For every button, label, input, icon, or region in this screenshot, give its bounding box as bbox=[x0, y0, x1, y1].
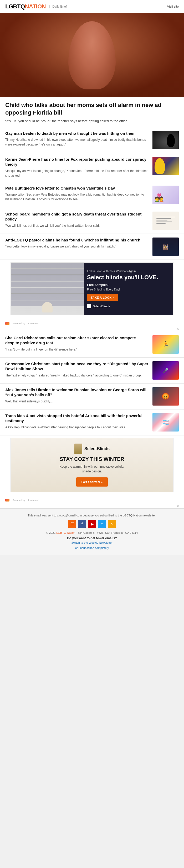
ad2-logo-icon bbox=[74, 443, 82, 454]
article-thumb bbox=[153, 131, 179, 149]
ad-brand: SelectBlinds bbox=[87, 304, 170, 308]
article-text: Anti-LGBTQ pastor claims he has found 6 … bbox=[5, 238, 149, 249]
article-text: Conservative Christians start petition b… bbox=[5, 361, 149, 378]
main-article[interactable]: Child who talks about her moms sets off … bbox=[0, 97, 184, 127]
ad2-headline: STAY COZY THIS WINTER bbox=[60, 456, 124, 462]
ad-blinds-left bbox=[11, 263, 84, 315]
switch-newsletter-link[interactable]: Switch to the Weekly Newsletter bbox=[72, 541, 113, 544]
article-headline: Sha’Carri Richardson calls out racism af… bbox=[5, 335, 149, 345]
ad-d-label: D bbox=[0, 328, 184, 332]
thumb-letter-icon bbox=[153, 212, 179, 230]
article-excerpt: Well, that went sideways quickly... bbox=[5, 399, 149, 404]
hero-image bbox=[0, 13, 184, 97]
article-headline: Anti-LGBTQ pastor claims he has found 6 … bbox=[5, 238, 149, 243]
article-text: Sha’Carri Richardson calls out racism af… bbox=[5, 335, 149, 352]
footer-fewer-label: Do you want to get fewer emails? bbox=[5, 536, 179, 540]
article-item[interactable]: Gay man beaten to death by men who thoug… bbox=[0, 127, 184, 153]
article-thumb: 😡 bbox=[153, 387, 179, 406]
article-excerpt: “Jacqui, my answer is not going to chang… bbox=[5, 168, 149, 178]
thumb-pastor-icon: 🕍 bbox=[153, 238, 179, 256]
thumb-person-shape bbox=[155, 158, 165, 174]
unsubscribe-link[interactable]: or unsubscribe completely bbox=[75, 546, 109, 550]
ad-blinds-right: Fall In Love With Your Windows Again Sel… bbox=[84, 263, 173, 315]
ad2-powered-row: Powered by LiveIntent bbox=[0, 497, 184, 505]
article-list-2: Sha’Carri Richardson calls out racism af… bbox=[0, 332, 184, 435]
logo: LGBTQNATION bbox=[5, 3, 46, 10]
article-excerpt: “You better look in my eyeballs, ‘cause … bbox=[5, 244, 149, 249]
chair-shape bbox=[42, 302, 53, 312]
article-text: Karine Jean-Pierre has no time for Fox r… bbox=[5, 157, 149, 178]
thumb-dark-silhouette-icon bbox=[153, 131, 179, 149]
ad2-cta-button[interactable]: Get Started » bbox=[76, 477, 108, 487]
article-headline: Alex Jones tells Ukraine to welcome Russ… bbox=[5, 387, 149, 397]
ad1-powered-row: Powered by LiveIntent bbox=[0, 320, 184, 328]
ad-container-1: Fall In Love With Your Windows Again Sel… bbox=[0, 262, 184, 320]
article-item[interactable]: Anti-LGBTQ pastor claims he has found 6 … bbox=[0, 234, 184, 260]
article-excerpt: “We will kill her, but first, we will ki… bbox=[5, 223, 149, 228]
article-item[interactable]: Sha’Carri Richardson calls out racism af… bbox=[0, 332, 184, 358]
article-excerpt: “I can’t qwhite put my finger on the dif… bbox=[5, 347, 149, 352]
article-headline: Trans kids & activists stopped this hate… bbox=[5, 413, 149, 423]
facebook-icon[interactable]: f bbox=[78, 520, 86, 528]
thumb-shacarri-icon: 🏃 bbox=[153, 335, 179, 354]
article-excerpt: Timmy Hourihane drowned in his own blood… bbox=[5, 137, 149, 147]
header: LGBTQNATION Daily Brief Visit site bbox=[0, 0, 184, 13]
ad2-logo-text: SelectBlinds bbox=[84, 446, 110, 451]
ad-free-samples: Free Samples! bbox=[87, 283, 170, 287]
footer-sent-to: This email was sent to xxxxxx@gmail.com … bbox=[5, 514, 179, 517]
footer-copyright: © 2021 LGBTQ Nation 584 Castro St. #623,… bbox=[5, 531, 179, 534]
thumb-alexjones-icon: 😡 bbox=[153, 387, 179, 406]
youtube-icon[interactable]: ▶ bbox=[88, 520, 96, 528]
powered-by-text-2: Powered by bbox=[10, 498, 27, 502]
twitter-icon[interactable]: t bbox=[98, 520, 106, 528]
article-headline: School board member’s child got a scary … bbox=[5, 212, 149, 222]
article-item[interactable]: Alex Jones tells Ukraine to welcome Russ… bbox=[0, 383, 184, 409]
article-text: Pete Buttigieg’s love letter to Chasten … bbox=[5, 186, 149, 202]
logo-lgbtq: LGBTQ bbox=[5, 3, 25, 10]
ad-block-1[interactable]: Fall In Love With Your Windows Again Sel… bbox=[10, 262, 174, 315]
thumb-trans-icon: 🏳️‍⚧️ bbox=[153, 413, 179, 432]
ad-container-2: SelectBlinds STAY COZY THIS WINTER Keep … bbox=[0, 438, 184, 497]
footer: This email was sent to xxxxxx@gmail.com … bbox=[0, 508, 184, 555]
visit-site-link[interactable]: Visit site bbox=[167, 5, 179, 8]
logo-nation: NATION bbox=[25, 3, 46, 10]
article-thumb: 🏳️‍⚧️ bbox=[153, 413, 179, 432]
header-left: LGBTQNATION Daily Brief bbox=[5, 3, 67, 10]
article-thumb: 🕍 bbox=[153, 238, 179, 256]
ad-block-2[interactable]: SelectBlinds STAY COZY THIS WINTER Keep … bbox=[10, 438, 174, 492]
article-headline: Conservative Christians start petition b… bbox=[5, 361, 149, 371]
article-headline: Karine Jean-Pierre has no time for Fox r… bbox=[5, 157, 149, 167]
lgbtq-nation-link[interactable]: LGBTQ Nation bbox=[56, 531, 75, 534]
powered-source-text-2: LiveIntent bbox=[28, 499, 38, 501]
ad-cta-button[interactable]: TAKE A LOOK » bbox=[87, 294, 118, 301]
article-item[interactable]: Trans kids & activists stopped this hate… bbox=[0, 409, 184, 435]
article-thumb: 🏃 bbox=[153, 335, 179, 354]
powered-by-text: Powered by bbox=[10, 321, 27, 326]
article-text: Alex Jones tells Ukraine to welcome Russ… bbox=[5, 387, 149, 404]
article-item[interactable]: School board member’s child got a scary … bbox=[0, 208, 184, 234]
article-headline: Gay man beaten to death by men who thoug… bbox=[5, 131, 149, 136]
ad-free-shipping: Free Shipping Every Day! bbox=[87, 288, 170, 291]
article-thumb bbox=[153, 157, 179, 175]
feed-icon[interactable]: ∿ bbox=[108, 520, 116, 528]
footer-switch: Switch to the Weekly Newsletter bbox=[5, 541, 179, 544]
ad-blinds-2-content: SelectBlinds STAY COZY THIS WINTER Keep … bbox=[11, 438, 173, 492]
footer-social: ☷ f ▶ t ∿ bbox=[5, 520, 179, 528]
article-item[interactable]: Karine Jean-Pierre has no time for Fox r… bbox=[0, 153, 184, 182]
liveintent-icon bbox=[5, 322, 9, 325]
liveintent-icon-2 bbox=[5, 499, 9, 501]
select-blinds-brand-name: SelectBlinds bbox=[93, 305, 110, 308]
select-blinds-logo-icon bbox=[87, 304, 91, 308]
thumb-karine-icon bbox=[153, 157, 179, 175]
ad-blinds-visual: Fall In Love With Your Windows Again Sel… bbox=[11, 263, 173, 315]
powered-source-text: LiveIntent bbox=[28, 322, 38, 325]
article-thumb bbox=[153, 212, 179, 230]
ad-tagline: Fall In Love With Your Windows Again bbox=[87, 270, 170, 273]
rss-icon[interactable]: ☷ bbox=[68, 520, 76, 528]
thumb-pete-icon bbox=[153, 186, 179, 204]
hero-figure bbox=[68, 21, 116, 89]
article-text: School board member’s child got a scary … bbox=[5, 212, 149, 228]
main-article-excerpt: “It’s OK, you should be proud,’ the teac… bbox=[5, 119, 179, 124]
article-item[interactable]: Pete Buttigieg’s love letter to Chasten … bbox=[0, 182, 184, 208]
article-item[interactable]: Conservative Christians start petition b… bbox=[0, 358, 184, 383]
